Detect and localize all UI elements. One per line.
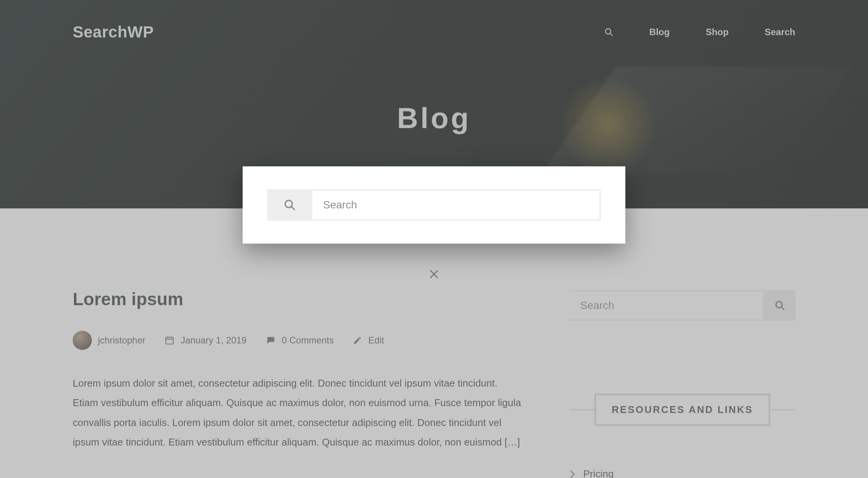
search-modal — [243, 166, 625, 244]
svg-line-9 — [292, 207, 294, 210]
modal-close-button[interactable] — [427, 267, 441, 281]
close-icon — [427, 267, 441, 280]
modal-search-input[interactable] — [312, 189, 601, 221]
search-icon — [284, 199, 296, 211]
modal-search-button[interactable] — [267, 189, 312, 221]
modal-search-group — [267, 189, 601, 221]
